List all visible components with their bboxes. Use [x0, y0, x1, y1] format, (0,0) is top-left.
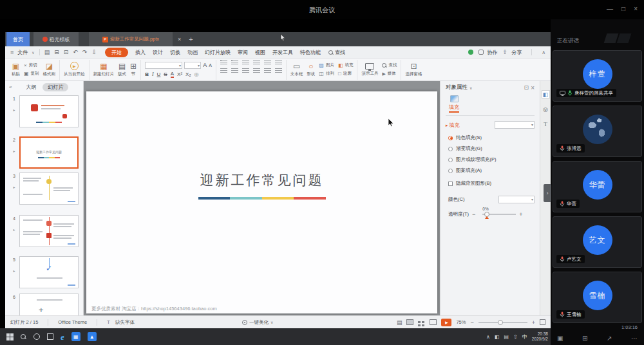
line-spacing-icon[interactable]	[264, 60, 271, 65]
text-direction-icon[interactable]	[275, 60, 282, 65]
slide-canvas[interactable]: 迎新工作常见问题 更多优质素材 淘宝店：https://shop14564349…	[84, 81, 440, 315]
color-select[interactable]	[498, 196, 535, 203]
taskbar-search-icon[interactable]	[21, 334, 26, 340]
zoom-out-button[interactable]	[470, 319, 473, 326]
share-button[interactable]: 分享	[503, 49, 522, 56]
bullet-list-icon[interactable]	[220, 60, 227, 65]
dock-panel-icon[interactable]	[524, 84, 529, 91]
tab-outline[interactable]: 大纲	[26, 84, 36, 91]
reading-view-button[interactable]	[430, 319, 437, 325]
collab-button[interactable]: 协作	[478, 49, 498, 56]
subscript-button[interactable]: X₂	[185, 71, 191, 77]
volume-icon[interactable]	[495, 334, 500, 340]
tab-document[interactable]: P 迎新工作常见问题.pptx	[89, 32, 173, 46]
chevron-down-icon[interactable]	[469, 84, 472, 91]
align-center-icon[interactable]	[231, 68, 238, 73]
participant-tile[interactable]: 雪楠 王雪楠	[553, 272, 642, 323]
menu-insert[interactable]: 插入	[135, 49, 146, 56]
add-slide-button[interactable]: +	[39, 305, 44, 315]
slide-divider-line[interactable]	[198, 197, 326, 200]
presentation-tools-button[interactable]: 演示工具	[361, 63, 378, 77]
menu-review[interactable]: 审阅	[238, 49, 248, 56]
slide-thumbnail-3[interactable]	[19, 172, 79, 205]
normal-view-button[interactable]	[406, 319, 413, 325]
close-button[interactable]: ×	[634, 5, 638, 12]
slide-thumbnail-4[interactable]	[19, 215, 79, 247]
more-options-icon[interactable]	[631, 335, 638, 342]
align-left-icon[interactable]	[220, 68, 227, 73]
current-slide[interactable]: 迎新工作常见问题 更多优质素材 淘宝店：https://shop14564349…	[86, 91, 437, 313]
layout-button[interactable]: 版式	[118, 62, 126, 77]
option-gradient-fill[interactable]: 渐变填充(G)	[448, 145, 535, 152]
align-objects-icon[interactable]	[275, 68, 282, 73]
menu-animation[interactable]: 动画	[187, 49, 198, 56]
strip-fill-tab[interactable]	[542, 90, 550, 98]
font-size-select[interactable]	[184, 62, 201, 69]
strikethrough-button[interactable]: S	[164, 71, 167, 77]
find-button[interactable]: 查找	[328, 49, 345, 56]
tab-home[interactable]: 首页	[6, 32, 30, 46]
close-panel-icon[interactable]	[531, 84, 535, 91]
new-tab-button[interactable]: +	[189, 35, 193, 43]
pinned-app-icon[interactable]	[71, 332, 80, 341]
minimize-button[interactable]: —	[607, 5, 613, 12]
slide-thumbnail-6[interactable]	[19, 294, 79, 315]
play-from-current-button[interactable]: 从当前开始	[64, 62, 85, 77]
zoom-slider[interactable]	[478, 322, 527, 323]
transparency-minus-button[interactable]: −	[472, 211, 475, 218]
slide-thumbnail-2-selected[interactable]: 迎新工作常见问题	[19, 136, 79, 169]
align-right-icon[interactable]	[242, 68, 249, 73]
cloud-sync-icon[interactable]	[468, 50, 473, 55]
menu-home[interactable]: 开始	[105, 48, 128, 57]
selection-pane-button[interactable]: 选择窗格	[405, 62, 422, 77]
panel-collapse-handle[interactable]: ›	[544, 184, 551, 202]
copy-button[interactable]: 复制	[24, 71, 39, 77]
fit-to-window-button[interactable]	[540, 319, 545, 325]
italic-button[interactable]: I	[152, 71, 154, 77]
maximize-button[interactable]: □	[621, 5, 625, 12]
view-layout-icon[interactable]	[557, 335, 563, 342]
bold-button[interactable]: B	[145, 71, 149, 77]
superscript-button[interactable]: X²	[177, 71, 182, 77]
increase-font-icon[interactable]: A	[203, 62, 207, 68]
zoom-in-button[interactable]	[532, 319, 535, 326]
taskbar-clock[interactable]: 20:38 2020/9/2	[532, 331, 548, 342]
decrease-indent-icon[interactable]	[242, 60, 249, 65]
theme-name[interactable]: Office Theme	[58, 319, 87, 325]
transparency-plus-button[interactable]: +	[519, 211, 522, 218]
download-icon[interactable]	[91, 49, 97, 55]
menu-devtools[interactable]: 开发工具	[272, 49, 293, 56]
arrange-button[interactable]: 排列	[319, 71, 334, 77]
option-solid-fill[interactable]: 纯色填充(S)	[448, 135, 535, 141]
slide-thumbnail-1[interactable]	[19, 95, 79, 127]
cut-button[interactable]: 剪切	[24, 62, 39, 68]
option-pattern-fill[interactable]: 图案填充(A)	[448, 167, 535, 174]
tab-slides[interactable]: 幻灯片	[43, 83, 68, 91]
redo-icon[interactable]	[82, 49, 88, 55]
file-menu[interactable]: 文件	[10, 49, 35, 56]
zoom-slider-handle[interactable]	[498, 320, 503, 325]
picture-button[interactable]: 图片	[319, 62, 334, 68]
justify-icon[interactable]	[253, 68, 260, 73]
switch-view-icon[interactable]	[582, 335, 587, 342]
network-icon[interactable]	[513, 334, 518, 340]
transparency-slider[interactable]: 0%	[482, 214, 516, 215]
panel-collapse-icon[interactable]	[9, 84, 12, 90]
participant-tile-sharer[interactable]: 梓萱 唐梓萱的屏幕共享	[553, 50, 642, 102]
ime-indicator[interactable]: 中	[522, 333, 527, 340]
strip-effects-tab[interactable]	[542, 105, 550, 113]
numbered-list-icon[interactable]	[231, 60, 238, 65]
cortana-icon[interactable]	[33, 333, 40, 340]
menu-view[interactable]: 视图	[255, 49, 265, 56]
tray-expand-icon[interactable]	[486, 334, 490, 340]
font-name-select[interactable]	[145, 62, 182, 69]
slideshow-play-button[interactable]	[441, 319, 451, 326]
tab-close-icon[interactable]: ×	[178, 36, 181, 42]
underline-button[interactable]: U	[157, 71, 161, 77]
menu-slideshow[interactable]: 幻灯片放映	[205, 49, 231, 56]
slide-sorter-view-button[interactable]	[418, 321, 421, 323]
participant-tile[interactable]: 张博远	[553, 106, 642, 157]
ribbon-find-button[interactable]: 查找	[382, 62, 397, 68]
shape-button[interactable]: 形状	[307, 62, 315, 77]
increase-indent-icon[interactable]	[253, 60, 260, 65]
